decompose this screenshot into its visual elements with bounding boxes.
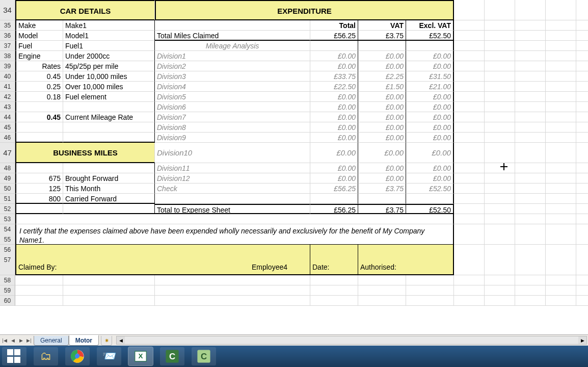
rate2[interactable]: Over 10,000 miles — [63, 82, 155, 92]
svg-text:C: C — [201, 352, 207, 361]
scroll-left-icon[interactable]: ◀ — [117, 336, 125, 344]
mileage-analysis: Mileage Analysis — [155, 41, 310, 51]
row-header[interactable]: 43 — [0, 102, 15, 112]
value-engine[interactable]: Under 2000cc — [63, 51, 155, 61]
rate1-val[interactable]: 0.45 — [15, 71, 63, 82]
division: Division5 — [155, 92, 310, 102]
grid[interactable]: 34 CAR DETAILS EXPENDITURE 35 Make Make1… — [0, 0, 588, 306]
division: Division2 — [155, 61, 310, 71]
tm[interactable]: This Month — [63, 184, 155, 194]
value-model[interactable]: Model1 — [63, 31, 155, 41]
division: Division6 — [155, 102, 310, 112]
camtasia-editor-icon[interactable]: C — [160, 347, 184, 365]
label-model: Model — [15, 31, 63, 41]
val-vat: £3.75 — [358, 31, 406, 41]
row-header[interactable]: 47 — [0, 143, 15, 163]
row-header[interactable]: 35 — [0, 20, 15, 31]
val-excl: £52.50 — [406, 31, 454, 41]
cf-val[interactable]: 800 — [15, 194, 63, 204]
start-button[interactable] — [2, 347, 26, 365]
row-header[interactable]: 37 — [0, 41, 15, 51]
division: Division3 — [155, 71, 310, 82]
row-header[interactable]: 44 — [0, 112, 15, 122]
chrome-icon[interactable] — [65, 347, 90, 365]
row-header[interactable]: 52 — [0, 204, 15, 214]
excel-icon[interactable]: X — [128, 347, 153, 365]
sheet-tabs-bar: |◀ ◀ ▶ ▶| General Motor ✷ ◀ ▶ — [0, 334, 588, 346]
row-header[interactable]: 51 — [0, 194, 15, 204]
row-header[interactable]: 41 — [0, 82, 15, 92]
division: Division8 — [155, 122, 310, 133]
current-rate[interactable]: Current Mileage Rate — [63, 112, 155, 122]
tab-prev-icon[interactable]: ◀ — [9, 337, 16, 344]
header-expenditure: EXPENDITURE — [155, 0, 454, 20]
empty-cell[interactable] — [155, 20, 310, 31]
row-header[interactable]: 39 — [0, 61, 15, 71]
header-business-miles: BUSINESS MILES — [15, 143, 155, 163]
bf[interactable]: Brought Forward — [63, 173, 155, 184]
row-header[interactable]: 38 — [0, 51, 15, 61]
empty-cell[interactable] — [485, 0, 515, 20]
row-header[interactable]: 45 — [0, 122, 15, 133]
division: Division4 — [155, 82, 310, 92]
header-total: Total — [310, 20, 358, 31]
row-header[interactable]: 5455 — [0, 224, 15, 245]
empty-cell[interactable] — [515, 0, 546, 20]
tab-next-icon[interactable]: ▶ — [17, 337, 24, 344]
authorised-block[interactable]: Authorised: — [358, 245, 454, 275]
rate3-val[interactable]: 0.18 — [15, 92, 63, 102]
row-header[interactable]: 46 — [0, 133, 15, 143]
tab-first-icon[interactable]: |◀ — [1, 337, 8, 344]
new-sheet-icon[interactable]: ✷ — [101, 336, 112, 346]
division: Division11 — [155, 163, 310, 173]
value-fuel[interactable]: Fuel1 — [63, 41, 155, 51]
division: Division12 — [155, 173, 310, 184]
rate2-val[interactable]: 0.25 — [15, 82, 63, 92]
row-header[interactable]: 50 — [0, 184, 15, 194]
row-header[interactable]: 49 — [0, 173, 15, 184]
label-total-miles: Total Miles Claimed — [155, 31, 310, 41]
bf-val[interactable]: 675 — [15, 173, 63, 184]
claimed-by-value: Employee4 — [252, 262, 287, 272]
file-explorer-icon[interactable]: 🗂 — [34, 347, 58, 365]
row-header[interactable]: 42 — [0, 92, 15, 102]
label-engine: Engine — [15, 51, 63, 61]
horizontal-scrollbar[interactable]: ◀ ▶ — [116, 336, 587, 345]
empty-cell[interactable] — [546, 0, 576, 20]
value-make[interactable]: Make1 — [63, 20, 155, 31]
header-vat: VAT — [358, 20, 406, 31]
svg-text:X: X — [139, 352, 143, 360]
rate3[interactable]: Fuel element — [63, 92, 155, 102]
tm-val[interactable]: 125 — [15, 184, 63, 194]
division: Division9 — [155, 133, 310, 143]
claimed-by-block[interactable]: Claimed By: Employee4 — [15, 245, 310, 275]
row-header[interactable]: 40 — [0, 71, 15, 82]
row-header[interactable]: 5657 — [0, 245, 15, 275]
svg-text:C: C — [169, 352, 175, 361]
tab-nav-buttons: |◀ ◀ ▶ ▶| — [0, 335, 34, 346]
scroll-right-icon[interactable]: ▶ — [578, 336, 586, 344]
date-block[interactable]: Date: — [310, 245, 358, 275]
label-rates: Rates — [15, 61, 63, 71]
tab-motor[interactable]: Motor — [69, 335, 99, 346]
outlook-icon[interactable]: 📨 — [97, 347, 121, 365]
empty-cell[interactable] — [454, 0, 485, 20]
empty-cell[interactable] — [576, 0, 588, 20]
taskbar: 🗂 📨 X C C — [0, 346, 588, 367]
row-header[interactable]: 34 — [0, 0, 15, 20]
value-rates[interactable]: 45p/25p per mile — [63, 61, 155, 71]
row-header[interactable]: 48 — [0, 163, 15, 173]
row-header[interactable]: 60 — [0, 296, 15, 306]
cf[interactable]: Carried Forward — [63, 194, 155, 204]
row-header[interactable]: 59 — [0, 285, 15, 296]
rate1[interactable]: Under 10,000 miles — [63, 71, 155, 82]
row-header[interactable]: 53 — [0, 214, 15, 224]
camtasia-recorder-icon[interactable]: C — [192, 347, 216, 365]
label-fuel: Fuel — [15, 41, 63, 51]
row-header[interactable]: 58 — [0, 275, 15, 285]
tab-last-icon[interactable]: ▶| — [25, 337, 33, 344]
header-excl-vat: Excl. VAT — [406, 20, 454, 31]
tab-general[interactable]: General — [34, 336, 69, 346]
row-header[interactable]: 36 — [0, 31, 15, 41]
current-rate-val[interactable]: 0.45 — [15, 112, 63, 122]
